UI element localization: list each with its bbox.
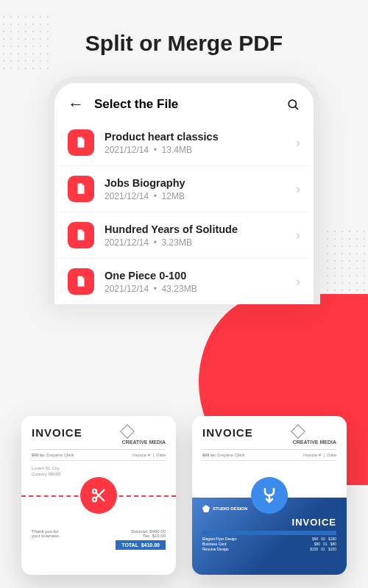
file-meta: 2021/12/14 • 3.23MB xyxy=(105,237,286,248)
svg-point-3 xyxy=(93,498,96,501)
file-row-text: Product heart classics 2021/12/14 • 13.4… xyxy=(105,131,286,155)
file-name: Hundred Years of Solitude xyxy=(105,223,286,235)
table-header-bar xyxy=(202,531,336,535)
merge-preview-card: INVOICE CREATIVE MEDIA Bill to: Dwyane C… xyxy=(192,416,347,575)
mini-table: Elegant Flyer Design$9002$180 Business C… xyxy=(202,537,336,551)
file-name: One Piece 0-100 xyxy=(105,270,286,282)
split-action-button[interactable] xyxy=(80,477,117,514)
file-row-text: Hundred Years of Solitude 2021/12/14 • 3… xyxy=(105,223,286,248)
invoice-top: INVOICE CREATIVE MEDIA Bill to: Dwyane C… xyxy=(192,416,347,476)
invoice-totals: Subtotal $400.00Tax $10.00 TOTAL $410.00 xyxy=(116,529,166,550)
search-button[interactable] xyxy=(286,97,300,112)
invoice-meta: Bill to: Dwyane Clark Invoice # | Date xyxy=(202,449,336,461)
company-logo-icon xyxy=(291,424,305,439)
file-list: Product heart classics 2021/12/14 • 13.4… xyxy=(54,120,314,304)
company-name: CREATIVE MEDIA xyxy=(122,440,166,445)
file-name: Jobs Biography xyxy=(105,177,286,189)
merge-icon xyxy=(261,487,278,504)
file-row[interactable]: Product heart classics 2021/12/14 • 13.4… xyxy=(59,120,309,166)
file-row-text: One Piece 0-100 2021/12/14 • 43.23MB xyxy=(105,270,286,294)
pdf-icon xyxy=(68,268,94,295)
chevron-right-icon: › xyxy=(296,274,300,290)
file-row[interactable]: One Piece 0-100 2021/12/14 • 43.23MB › xyxy=(59,259,309,304)
pdf-icon xyxy=(68,222,94,248)
invoice-title-2: INVOICE xyxy=(202,517,336,528)
file-row[interactable]: Jobs Biography 2021/12/14 • 12MB › xyxy=(59,166,309,212)
svg-point-0 xyxy=(289,100,296,107)
company-logo-icon xyxy=(120,424,135,439)
scissors-icon xyxy=(90,487,107,504)
file-meta: 2021/12/14 • 43.23MB xyxy=(105,284,286,294)
studio-name: STUDIO DESIGN xyxy=(213,506,247,511)
svg-point-2 xyxy=(93,490,96,493)
page-headline: Split or Merge PDF xyxy=(0,31,368,56)
chevron-right-icon: › xyxy=(296,135,300,151)
search-icon xyxy=(286,98,300,112)
file-meta: 2021/12/14 • 12MB xyxy=(105,191,286,201)
file-row[interactable]: Hundred Years of Solitude 2021/12/14 • 3… xyxy=(59,212,309,259)
invoice-bottom: Thank you foryour business. Subtotal $40… xyxy=(21,523,176,575)
pdf-icon xyxy=(68,129,94,156)
invoice-meta: Bill to: Dwyane Clark Invoice # | Date xyxy=(32,449,166,461)
file-row-text: Jobs Biography 2021/12/14 • 12MB xyxy=(105,177,286,201)
preview-cards: INVOICE CREATIVE MEDIA Bill to: Dwyane C… xyxy=(0,416,368,575)
studio-logo-icon xyxy=(202,505,210,512)
split-preview-card: INVOICE CREATIVE MEDIA Bill to: Dwyane C… xyxy=(21,416,176,575)
file-name: Product heart classics xyxy=(105,131,286,143)
file-meta: 2021/12/14 • 13.4MB xyxy=(105,145,286,155)
screen-header: ← Select the File xyxy=(54,86,314,120)
chevron-right-icon: › xyxy=(296,228,300,243)
screen-title: Select the File xyxy=(94,97,275,112)
company-name: CREATIVE MEDIA xyxy=(293,440,336,445)
pdf-icon xyxy=(68,176,94,202)
invoice-title: INVOICE xyxy=(32,426,82,439)
svg-line-1 xyxy=(295,107,298,110)
invoice-title: INVOICE xyxy=(202,426,253,439)
phone-mockup: ← Select the File Product heart classics… xyxy=(48,76,320,304)
merge-action-button[interactable] xyxy=(251,477,288,514)
chevron-right-icon: › xyxy=(296,182,300,197)
back-button[interactable]: ← xyxy=(68,96,84,112)
